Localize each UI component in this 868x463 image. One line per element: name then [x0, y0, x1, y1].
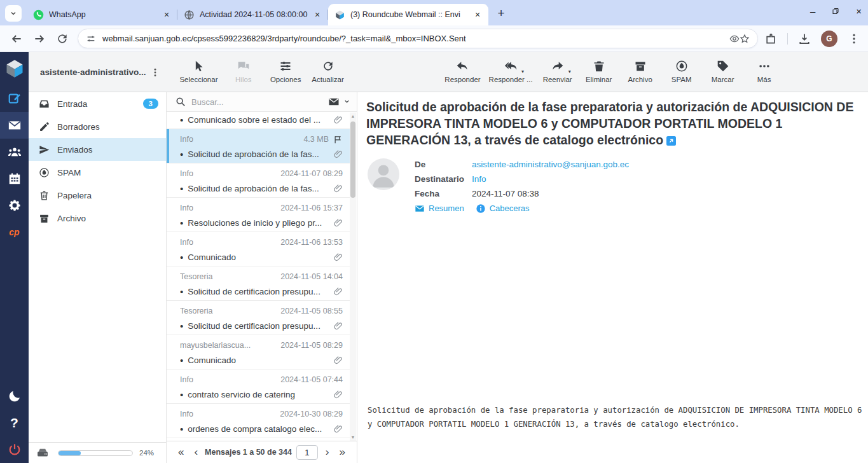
- back-icon[interactable]: [10, 32, 23, 45]
- reload-icon[interactable]: [56, 32, 69, 45]
- message-toolbar-button[interactable]: ▾ SPAM: [665, 61, 698, 83]
- message-view: Solicitud de aprobación de la fase prepa…: [357, 92, 868, 463]
- header-row-date: Fecha 2024-11-07 08:38: [415, 186, 859, 201]
- mail-nav-button[interactable]: [0, 112, 29, 139]
- dropdown-caret-icon[interactable]: ▾: [521, 69, 524, 74]
- search-scope-envelope-icon[interactable]: [328, 96, 340, 107]
- scroll-down-icon[interactable]: ▼: [350, 435, 356, 439]
- last-page-button[interactable]: »: [334, 446, 350, 459]
- header-row-to: Destinatario Info: [415, 172, 859, 186]
- roundcube-app: cp ? asistente-administrativo...: [0, 52, 868, 463]
- message-list-item[interactable]: Tesoreria 2024-11-05 14:04 • Solicitud d…: [167, 266, 350, 301]
- browser-tab[interactable]: (3) Roundcube Webmail :: Envi ×: [328, 4, 488, 25]
- profile-avatar[interactable]: G: [821, 31, 837, 47]
- message-sender: Info: [180, 375, 280, 384]
- help-button[interactable]: ?: [0, 410, 29, 436]
- toolbar-button-label: Seleccionar: [179, 76, 217, 83]
- list-toolbar-button[interactable]: Actualizar: [312, 61, 345, 83]
- next-page-button[interactable]: ›: [320, 446, 334, 459]
- tab-close-icon[interactable]: ×: [312, 9, 323, 20]
- browser-menu-icon[interactable]: [848, 32, 860, 45]
- message-toolbar-button[interactable]: ▾ Más: [748, 61, 781, 83]
- browser-tab[interactable]: Actividad 2024-11-05 08:00:00 ×: [177, 4, 328, 25]
- folder-item[interactable]: Borradores: [29, 115, 166, 138]
- flag-icon[interactable]: [333, 135, 343, 144]
- list-scrollbar[interactable]: ▲ ▼: [350, 113, 356, 441]
- message-toolbar: ▾ Responder ▾: [357, 52, 868, 92]
- message-toolbar-button[interactable]: ▾ Archivo: [624, 61, 657, 83]
- dropdown-caret-icon[interactable]: ▾: [568, 69, 571, 74]
- summary-button[interactable]: Resumen: [415, 204, 464, 214]
- folder-item[interactable]: Entrada 3: [29, 92, 166, 115]
- message-list-item[interactable]: Info 2024-11-06 15:37 • Resoluciones de …: [167, 198, 350, 232]
- close-window-button[interactable]: ×: [856, 6, 862, 17]
- download-icon[interactable]: [798, 32, 811, 45]
- contacts-nav-button[interactable]: [0, 139, 29, 165]
- message-list-item[interactable]: Info 2024-11-05 07:44 • contrato servici…: [167, 370, 350, 404]
- forward-icon[interactable]: [33, 32, 46, 45]
- search-input[interactable]: [191, 97, 328, 107]
- message-list-item[interactable]: Info 2024-10-30 08:29 • ordenes de compr…: [167, 404, 350, 438]
- scroll-up-icon[interactable]: ▲: [350, 114, 356, 118]
- browser-tab[interactable]: WhatsApp ×: [27, 4, 177, 25]
- settings-nav-button[interactable]: [0, 192, 29, 219]
- headers-button[interactable]: Cabeceras: [476, 204, 530, 214]
- headers-label: Cabeceras: [490, 204, 530, 213]
- account-name: asistente-administrativo...: [40, 67, 150, 77]
- scrollbar-thumb[interactable]: [350, 121, 355, 198]
- message-list-item[interactable]: • Comunicado sobre el estado del ...: [167, 113, 350, 129]
- toolbar-button-label: Reenviar: [543, 76, 572, 83]
- message-body: Solicitud de aprobación de la fase prepa…: [368, 403, 864, 431]
- message-headers: De asistente-administrativo@sanjuan.gob.…: [366, 157, 859, 214]
- restore-button[interactable]: [832, 6, 839, 17]
- message-toolbar-button[interactable]: ▾ Responder: [444, 61, 480, 83]
- tab-close-icon[interactable]: ×: [472, 9, 483, 20]
- to-address-link[interactable]: Info: [472, 174, 486, 184]
- message-toolbar-button[interactable]: ▾ Reenviar: [541, 61, 574, 83]
- extensions-icon[interactable]: [764, 32, 777, 45]
- message-list-item[interactable]: Info 2024-11-06 13:53 • Comunicado: [167, 232, 350, 266]
- message-list-item[interactable]: Tesoreria 2024-11-05 08:55 • Solicitud d…: [167, 301, 350, 335]
- message-list-item[interactable]: Info 2024-11-07 08:29 • Solicitud de apr…: [167, 163, 350, 198]
- message-subject: Comunicado: [188, 252, 329, 262]
- list-toolbar-button[interactable]: Opciones: [269, 61, 302, 83]
- from-address-link[interactable]: asistente-administrativo@sanjuan.gob.ec: [472, 160, 629, 169]
- tab-close-icon[interactable]: ×: [161, 9, 172, 20]
- first-page-button[interactable]: «: [173, 446, 189, 459]
- inbox-icon: [39, 100, 50, 111]
- message-toolbar-button[interactable]: ▾ Marcar: [706, 61, 740, 83]
- dark-mode-button[interactable]: [0, 383, 29, 410]
- address-bar[interactable]: webmail.sanjuan.gob.ec/cpsess5992236829/…: [78, 29, 758, 48]
- folder-item[interactable]: SPAM: [29, 161, 166, 184]
- tab-search-button[interactable]: [5, 5, 22, 22]
- paperclip-icon: [333, 390, 343, 399]
- message-list-item[interactable]: mayusbelariascua... 2024-11-05 08:29 • C…: [167, 335, 350, 370]
- message-toolbar-button[interactable]: ▾ Eliminar: [582, 61, 616, 83]
- list-toolbar-button[interactable]: Hilos: [227, 61, 260, 83]
- open-message-link-icon[interactable]: [666, 136, 676, 146]
- account-header: asistente-administrativo...: [29, 52, 167, 92]
- spam-icon: [675, 60, 688, 75]
- flame-icon: [39, 169, 50, 180]
- calendar-nav-button[interactable]: [0, 165, 29, 192]
- message-list-item[interactable]: Info 4.3 MB • Solicitud de aprobación de…: [167, 129, 350, 163]
- message-toolbar-button[interactable]: ▾ Responder ...: [489, 61, 533, 83]
- attachment-row: [366, 295, 864, 313]
- folder-item[interactable]: Enviados: [29, 138, 166, 161]
- prev-page-button[interactable]: ‹: [189, 446, 203, 459]
- logout-button[interactable]: [0, 436, 29, 463]
- folder-item[interactable]: Papelera: [29, 184, 166, 207]
- minimize-button[interactable]: –: [810, 6, 815, 17]
- list-toolbar-button[interactable]: Seleccionar: [179, 61, 217, 83]
- page-number-input[interactable]: [296, 445, 318, 460]
- bookmark-star-icon[interactable]: [740, 34, 750, 44]
- site-settings-icon[interactable]: [86, 34, 96, 44]
- cpanel-icon[interactable]: cp: [0, 219, 29, 245]
- folder-item[interactable]: Archivo: [29, 207, 166, 230]
- folder-menu-icon[interactable]: [150, 67, 160, 78]
- message-sender: Tesoreria: [180, 307, 280, 315]
- eye-icon[interactable]: [729, 34, 740, 44]
- search-options-caret-icon[interactable]: [343, 98, 350, 106]
- compose-button[interactable]: [0, 85, 29, 112]
- new-tab-button[interactable]: +: [492, 4, 510, 22]
